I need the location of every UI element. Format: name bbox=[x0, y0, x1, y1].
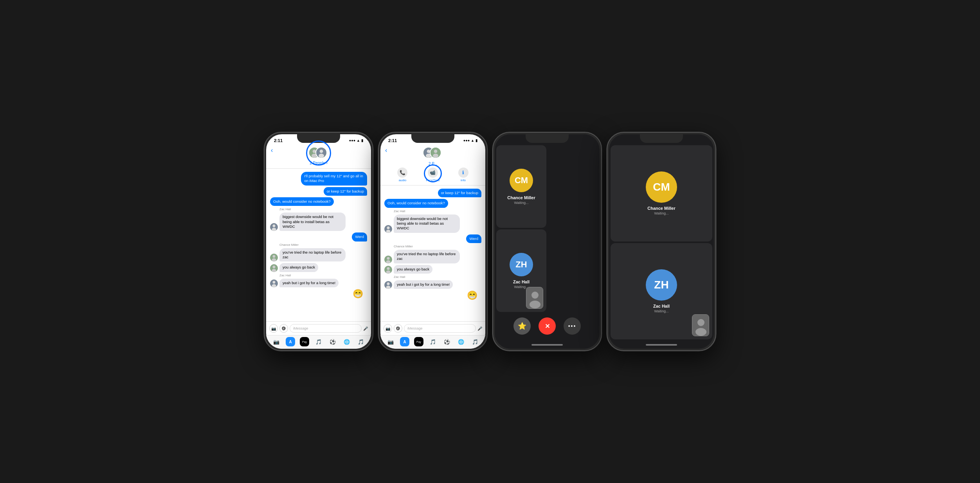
svg-point-5 bbox=[319, 154, 324, 158]
cm-name-large: Chance Miller bbox=[647, 206, 676, 211]
message-avatar bbox=[270, 279, 278, 287]
mic-icon-1[interactable]: 🎤 bbox=[363, 326, 368, 331]
home-bar-4 bbox=[646, 344, 677, 346]
home-indicator-3 bbox=[495, 341, 600, 349]
zh-name-large: Zac Hall bbox=[653, 304, 670, 308]
camera-icon[interactable]: 📷 bbox=[269, 324, 278, 333]
apps-icon-2[interactable]: 🅐 bbox=[394, 324, 402, 333]
phone-4: CM Chance Miller Waiting... ZH Zac Hall … bbox=[607, 132, 716, 351]
input-icons-2: 📷 🅐 bbox=[384, 324, 402, 333]
dock-photos[interactable]: 📷 bbox=[272, 337, 281, 346]
zh-initials-large: ZH bbox=[654, 279, 668, 291]
facetime-tile-zh: ZH Zac Hall Waiting... bbox=[496, 229, 546, 312]
message-bubble: yeah but i got by for a long time! bbox=[279, 279, 339, 287]
messages-list-2: or keep 12" for backup Ooh, would consid… bbox=[380, 186, 485, 321]
facetime-more-btn[interactable]: ••• bbox=[564, 317, 581, 335]
dock-web-2[interactable]: 🌐 bbox=[456, 337, 466, 346]
message-bubble: biggest downside would be not being able… bbox=[279, 213, 346, 231]
dock-applepay[interactable]: Pay bbox=[300, 337, 309, 346]
imessage-input-1[interactable]: iMessage bbox=[290, 324, 362, 333]
svg-point-40 bbox=[697, 319, 704, 326]
info-action[interactable]: ℹ info bbox=[458, 168, 468, 182]
message-bubble: Ooh, would consider no notebook? bbox=[384, 199, 448, 207]
message-bubble: you've tried the no laptop life before z… bbox=[394, 250, 460, 263]
dock-music-2[interactable]: 🎵 bbox=[428, 337, 438, 346]
sender-label: Zac Hall bbox=[394, 275, 481, 279]
message-row: Ooh, would consider no notebook? bbox=[384, 199, 481, 207]
input-bar-1: 📷 🅐 iMessage 🎤 bbox=[266, 321, 371, 335]
info-icon[interactable]: ℹ bbox=[458, 168, 468, 178]
dock-appstore[interactable]: A bbox=[286, 337, 295, 346]
self-preview-3 bbox=[526, 287, 543, 309]
messages-screen-2: 2:11 ●●● ▲ ▮ ‹ bbox=[380, 134, 485, 349]
camera-icon-2[interactable]: 📷 bbox=[384, 324, 392, 333]
back-button-1[interactable]: ‹ bbox=[271, 147, 273, 154]
message-row: or keep 12" for backup bbox=[270, 187, 367, 196]
message-row: Ooh, would consider no notebook? bbox=[270, 197, 367, 206]
phone-4-inner: CM Chance Miller Waiting... ZH Zac Hall … bbox=[609, 134, 714, 349]
cm-initials: CM bbox=[515, 175, 528, 186]
facetime-icon[interactable]: 📹 bbox=[428, 168, 438, 178]
facetime-action[interactable]: 📹 FaceTime bbox=[426, 168, 440, 182]
messages-list-1: I'll probably sell my 12" and go all in … bbox=[266, 169, 371, 321]
svg-point-25 bbox=[387, 226, 390, 229]
message-bubble: you always go back bbox=[279, 263, 318, 272]
svg-point-23 bbox=[433, 154, 438, 158]
cm-name: Chance Miller bbox=[507, 195, 535, 200]
status-time-2: 2:11 bbox=[388, 138, 397, 143]
phone-2-inner: 2:11 ●●● ▲ ▮ ‹ bbox=[380, 134, 485, 349]
people-label-2[interactable]: 2 P... bbox=[429, 162, 437, 166]
sender-label: Chance Miller bbox=[279, 243, 367, 247]
cm-initials-large: CM bbox=[653, 181, 670, 193]
input-icons-1: 📷 🅐 bbox=[269, 324, 288, 333]
signal-icon-1: ●●● bbox=[349, 139, 355, 142]
zh-name: Zac Hall bbox=[513, 279, 530, 284]
message-row: I'll probably sell my 12" and go all in … bbox=[270, 172, 367, 186]
audio-icon[interactable]: 📞 bbox=[397, 168, 407, 178]
message-row: Werd bbox=[384, 234, 481, 243]
message-avatar bbox=[384, 256, 392, 263]
cm-status-large: Waiting... bbox=[654, 211, 668, 215]
dock-photos-2[interactable]: 📷 bbox=[386, 337, 395, 346]
message-bubble: I'll probably sell my 12" and go all in … bbox=[301, 172, 367, 186]
svg-point-7 bbox=[273, 225, 276, 227]
people-label-1[interactable]: 2 People › bbox=[310, 161, 328, 165]
facetime-grid: CM Chance Miller Waiting... ZH Zac Hall … bbox=[495, 144, 600, 314]
dock-soccer-2[interactable]: ⚽ bbox=[442, 337, 452, 346]
message-bubble: biggest downside would be not being able… bbox=[394, 214, 460, 233]
dock-music2[interactable]: 🎵 bbox=[356, 337, 366, 346]
notch-2 bbox=[411, 134, 454, 143]
message-row: you've tried the no laptop life before z… bbox=[384, 250, 481, 263]
message-avatar bbox=[270, 254, 278, 261]
dock-soccer[interactable]: ⚽ bbox=[328, 337, 337, 346]
status-icons-1: ●●● ▲ ▮ bbox=[349, 139, 363, 142]
facetime-tile-cm-large: CM Chance Miller Waiting... bbox=[611, 145, 712, 242]
svg-point-29 bbox=[386, 260, 391, 263]
cm-avatar-large: CM bbox=[646, 171, 677, 203]
mic-icon-2[interactable]: 🎤 bbox=[477, 326, 482, 331]
apps-icon[interactable]: 🅐 bbox=[279, 324, 288, 333]
dock-appstore-2[interactable]: A bbox=[400, 337, 409, 346]
notch-1 bbox=[297, 134, 340, 143]
facetime-star-btn[interactable]: ⭐ bbox=[513, 317, 531, 335]
facetime-end-btn[interactable]: ✕ bbox=[539, 317, 556, 335]
zh-status-large: Waiting... bbox=[654, 309, 668, 313]
dock-web[interactable]: 🌐 bbox=[342, 337, 351, 346]
dock-music2-2[interactable]: 🎵 bbox=[470, 337, 480, 346]
emoji-message: 😁 bbox=[384, 290, 481, 301]
svg-point-37 bbox=[531, 292, 539, 299]
audio-action[interactable]: 📞 audio bbox=[397, 168, 407, 182]
message-row: or keep 12" for backup bbox=[384, 189, 481, 197]
facetime-grid-2: CM Chance Miller Waiting... ZH Zac Hall … bbox=[609, 144, 714, 341]
home-indicator-4 bbox=[609, 341, 714, 349]
dock-music[interactable]: 🎵 bbox=[314, 337, 323, 346]
zh-initials: ZH bbox=[515, 260, 527, 270]
message-avatar bbox=[384, 266, 392, 274]
facetime-controls-1: ⭐ ✕ ••• bbox=[495, 314, 600, 341]
facetime-tile-empty bbox=[548, 145, 598, 228]
imessage-input-2[interactable]: iMessage bbox=[404, 324, 476, 333]
wifi-icon-1: ▲ bbox=[357, 139, 360, 142]
back-button-2[interactable]: ‹ bbox=[385, 147, 387, 154]
dock-applepay-2[interactable]: Pay bbox=[414, 337, 423, 346]
avatar-1b bbox=[315, 147, 327, 159]
